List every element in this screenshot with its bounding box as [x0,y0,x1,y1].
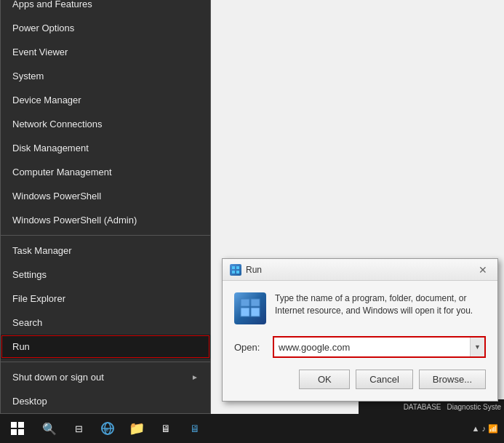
taskbar-icon-3[interactable]: 🖥 [151,414,180,443]
svg-rect-3 [236,271,239,274]
run-dialog-content-area: Type the name of a program, folder, docu… [234,292,486,324]
separator-1 [1,235,210,236]
menu-item-event-viewer[interactable]: Event Viewer [1,40,210,64]
run-dialog-title-area: Run [230,264,262,276]
svg-rect-11 [18,429,24,435]
run-dropdown-button[interactable]: ▼ [470,338,484,356]
svg-rect-5 [241,299,249,306]
menu-item-power-options[interactable]: Power Options [1,16,210,40]
menu-item-system[interactable]: System [1,64,210,88]
svg-rect-1 [236,266,239,269]
run-ok-button[interactable]: OK [299,370,350,389]
menu-item-network-connections[interactable]: Network Connections [1,112,210,136]
run-open-row: Open: ▼ [234,336,486,358]
run-dialog: Run ✕ Type the name of a program, folder… [222,258,498,402]
run-title-icon [230,264,241,276]
taskbar-clock: ▲ ♪ 📶 [472,424,499,434]
svg-rect-0 [232,266,235,269]
desktop: Apps and Features Power Options Event Vi… [0,0,504,443]
menu-item-windows-powershell-admin[interactable]: Windows PowerShell (Admin) [1,208,210,232]
menu-item-windows-powershell[interactable]: Windows PowerShell [1,184,210,208]
run-input-field[interactable] [274,339,470,356]
run-description-text: Type the name of a program, folder, docu… [275,292,486,317]
svg-rect-10 [11,429,17,435]
taskbar-explorer-button[interactable]: 📁 [122,414,151,443]
taskbar-search-button[interactable]: 🔍 [35,414,64,443]
run-dialog-body: Type the name of a program, folder, docu… [223,281,497,401]
taskbar-taskview-button[interactable]: ⊟ [64,414,93,443]
context-menu: Apps and Features Power Options Event Vi… [0,0,211,414]
menu-item-device-manager[interactable]: Device Manager [1,88,210,112]
svg-rect-8 [11,422,17,428]
status-diagnostic: Diagnostic Syste [447,403,501,411]
run-dialog-close-button[interactable]: ✕ [476,263,490,277]
menu-item-desktop[interactable]: Desktop [1,389,210,413]
taskbar-icon-4[interactable]: 🖥 [180,414,209,443]
menu-item-shutdown[interactable]: Shut down or sign out ► [1,365,210,389]
svg-rect-9 [18,422,24,428]
menu-item-settings[interactable]: Settings [1,263,210,287]
start-button[interactable] [0,414,35,443]
svg-text:e: e [105,426,109,433]
run-browse-button[interactable]: Browse... [419,370,486,389]
run-app-icon [234,292,266,324]
run-input-wrapper: ▼ [273,336,486,358]
status-database: DATABASE [404,403,441,411]
bottom-status-bar: DATABASE Diagnostic Syste [359,399,504,414]
run-open-label: Open: [234,342,267,353]
run-cancel-button[interactable]: Cancel [356,370,412,389]
svg-rect-7 [251,308,260,316]
menu-item-apps-features[interactable]: Apps and Features [1,0,210,16]
menu-item-task-manager[interactable]: Task Manager [1,239,210,263]
run-dialog-titlebar: Run ✕ [223,259,497,281]
submenu-arrow-icon: ► [191,373,199,381]
menu-item-run[interactable]: Run [1,335,210,359]
taskbar-right-area: ▲ ♪ 📶 [472,424,505,434]
svg-rect-6 [251,299,260,306]
svg-rect-4 [241,308,249,316]
taskbar: 🔍 ⊟ e 📁 🖥 🖥 ▲ ♪ 📶 [0,414,504,443]
run-buttons-area: OK Cancel Browse... [234,370,486,389]
menu-item-disk-management[interactable]: Disk Management [1,136,210,160]
menu-item-computer-management[interactable]: Computer Management [1,160,210,184]
menu-item-file-explorer[interactable]: File Explorer [1,287,210,311]
svg-rect-2 [232,271,235,274]
taskbar-ie-button[interactable]: e [93,414,122,443]
menu-item-search[interactable]: Search [1,311,210,335]
separator-2 [1,362,210,362]
run-dialog-title-text: Run [246,265,262,275]
